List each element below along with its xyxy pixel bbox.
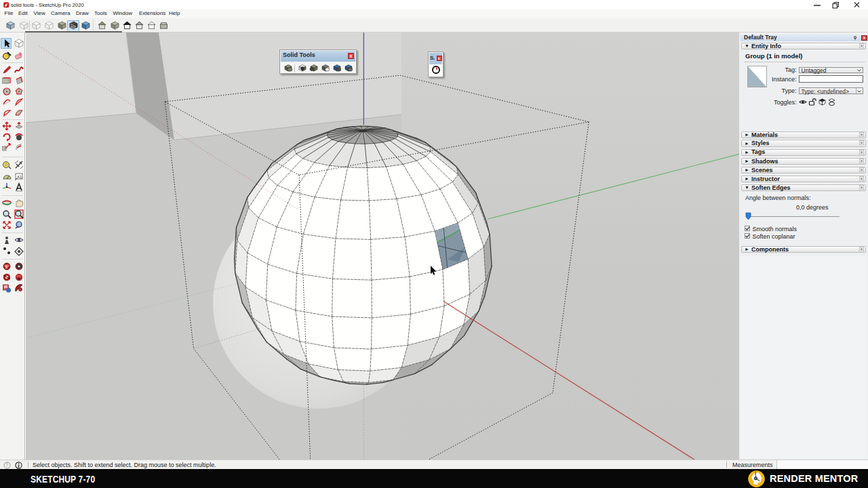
svg-text:A1: A1 (17, 174, 22, 178)
svg-text:?: ? (5, 462, 7, 468)
svg-text:S: S (5, 264, 8, 268)
